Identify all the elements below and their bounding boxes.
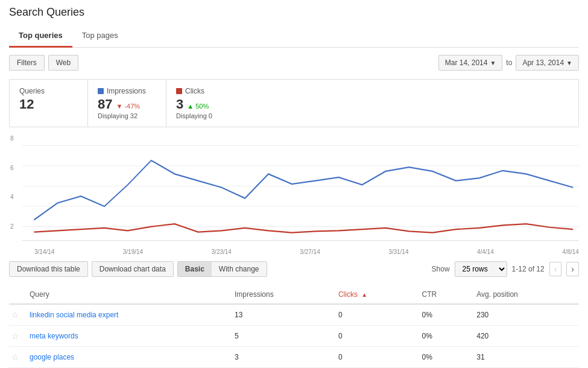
clicks-value: 3 xyxy=(176,97,183,112)
stats-bar: Queries 12 Impressions 87 ▼ -47% Display… xyxy=(9,79,579,127)
query-cell: meta keywords xyxy=(24,326,229,347)
impressions-change: ▼ -47% xyxy=(116,103,140,110)
avg-position-cell: 420 xyxy=(470,326,579,347)
basic-view-button[interactable]: Basic xyxy=(178,262,212,276)
filters-button[interactable]: Filters xyxy=(9,55,45,71)
view-toggle: Basic With change xyxy=(177,261,267,277)
table-body: ☆ linkedin social media expert 13 0 0% 2… xyxy=(9,304,579,368)
next-page-button[interactable]: › xyxy=(566,262,579,276)
table-row: ☆ linkedin social media expert 13 0 0% 2… xyxy=(9,304,579,326)
clicks-cell: 0 xyxy=(332,304,416,326)
avg-position-cell: 230 xyxy=(470,304,579,326)
impressions-value: 87 xyxy=(98,97,112,112)
clicks-change: ▲ 50% xyxy=(187,103,209,110)
date-to-button[interactable]: Apr 13, 2014 ▼ xyxy=(516,55,579,71)
star-cell: ☆ xyxy=(9,326,24,347)
stat-queries: Queries 12 xyxy=(10,80,88,127)
show-label: Show xyxy=(432,265,450,273)
star-cell: ☆ xyxy=(9,347,24,368)
date-to-label: Apr 13, 2014 xyxy=(522,59,564,67)
download-chart-button[interactable]: Download chart data xyxy=(92,261,174,277)
star-cell: ☆ xyxy=(9,304,24,326)
x-axis-labels: 3/14/14 3/19/14 3/23/14 3/27/14 3/31/14 … xyxy=(22,247,579,255)
query-cell: linkedin social media expert xyxy=(24,304,229,326)
pagination-right: Show 25 rows 10 rows 50 rows 100 rows 1-… xyxy=(432,261,579,277)
chart-container xyxy=(22,132,579,241)
to-label: to xyxy=(506,59,512,67)
date-from-button[interactable]: Mar 14, 2014 ▼ xyxy=(438,55,503,71)
page-title: Search Queries xyxy=(9,6,579,19)
ctr-cell: 0% xyxy=(416,347,471,368)
impressions-sub: Displaying 32 xyxy=(98,112,156,119)
tabs-bar: Top queries Top pages xyxy=(9,25,579,48)
table-row: ☆ meta keywords 5 0 0% 420 xyxy=(9,326,579,347)
stat-clicks: Clicks 3 ▲ 50% Displaying 0 xyxy=(166,80,245,127)
queries-label: Queries xyxy=(19,87,78,95)
with-change-view-button[interactable]: With change xyxy=(212,262,267,276)
rows-select[interactable]: 25 rows 10 rows 50 rows 100 rows xyxy=(455,261,507,277)
download-left: Download this table Download chart data … xyxy=(9,261,267,277)
clicks-cell: 0 xyxy=(332,347,416,368)
star-icon[interactable]: ☆ xyxy=(11,331,19,341)
query-cell: google places xyxy=(24,347,229,368)
query-link[interactable]: linkedin social media expert xyxy=(30,311,118,319)
impressions-dot-icon xyxy=(98,88,104,94)
pagination-label: 1-12 of 12 xyxy=(512,265,545,273)
stat-impressions: Impressions 87 ▼ -47% Displaying 32 xyxy=(88,80,166,127)
col-impressions[interactable]: Impressions xyxy=(229,285,332,304)
clicks-dot-icon xyxy=(176,88,182,94)
clicks-cell: 0 xyxy=(332,326,416,347)
prev-page-button[interactable]: ‹ xyxy=(549,262,562,276)
col-ctr[interactable]: CTR xyxy=(416,285,471,304)
page-container: Search Queries Top queries Top pages Fil… xyxy=(0,0,588,368)
chart-svg xyxy=(22,132,579,240)
toolbar-left: Filters Web xyxy=(9,55,78,71)
impressions-cell: 13 xyxy=(229,304,332,326)
clicks-value-row: 3 ▲ 50% xyxy=(176,97,235,112)
query-link[interactable]: meta keywords xyxy=(30,332,78,340)
tab-top-queries[interactable]: Top queries xyxy=(9,25,72,48)
date-from-label: Mar 14, 2014 xyxy=(445,59,488,67)
ctr-cell: 0% xyxy=(416,304,471,326)
sort-arrow-icon: ▲ xyxy=(361,291,367,298)
clicks-line xyxy=(34,224,573,233)
ctr-cell: 0% xyxy=(416,326,471,347)
toolbar: Filters Web Mar 14, 2014 ▼ to Apr 13, 20… xyxy=(9,55,579,71)
chart-area: 8 6 4 2 3/14/14 3/19/14 3/23/14 xyxy=(9,132,579,255)
arrow-down-icon: ▼ xyxy=(116,103,122,110)
col-query: Query xyxy=(24,285,229,304)
download-table-button[interactable]: Download this table xyxy=(9,261,88,277)
arrow-up-icon: ▲ xyxy=(187,103,194,110)
table-row: ☆ google places 3 0 0% 31 xyxy=(9,347,579,368)
web-button[interactable]: Web xyxy=(48,55,78,71)
y-axis-labels: 8 6 4 2 xyxy=(9,132,21,255)
star-icon[interactable]: ☆ xyxy=(11,352,19,362)
queries-value: 12 xyxy=(19,97,78,112)
chevron-down-icon-2: ▼ xyxy=(566,60,572,66)
col-clicks[interactable]: Clicks ▲ xyxy=(332,285,416,304)
avg-position-cell: 31 xyxy=(470,347,579,368)
results-table: Query Impressions Clicks ▲ CTR Avg. posi… xyxy=(9,285,579,368)
clicks-label: Clicks xyxy=(176,87,235,95)
impressions-cell: 5 xyxy=(229,326,332,347)
impressions-label: Impressions xyxy=(98,87,156,95)
col-star xyxy=(9,285,24,304)
impressions-value-row: 87 ▼ -47% xyxy=(98,97,156,112)
query-link[interactable]: google places xyxy=(30,353,74,361)
toolbar-right: Mar 14, 2014 ▼ to Apr 13, 2014 ▼ xyxy=(438,55,579,71)
clicks-sub: Displaying 0 xyxy=(176,112,235,119)
star-icon[interactable]: ☆ xyxy=(11,310,19,320)
impressions-line xyxy=(34,160,573,220)
impressions-cell: 3 xyxy=(229,347,332,368)
chevron-down-icon: ▼ xyxy=(490,60,496,66)
col-avg-position[interactable]: Avg. position xyxy=(470,285,579,304)
tab-top-pages[interactable]: Top pages xyxy=(72,25,128,48)
table-header-row: Query Impressions Clicks ▲ CTR Avg. posi… xyxy=(9,285,579,304)
download-row: Download this table Download chart data … xyxy=(9,261,579,277)
